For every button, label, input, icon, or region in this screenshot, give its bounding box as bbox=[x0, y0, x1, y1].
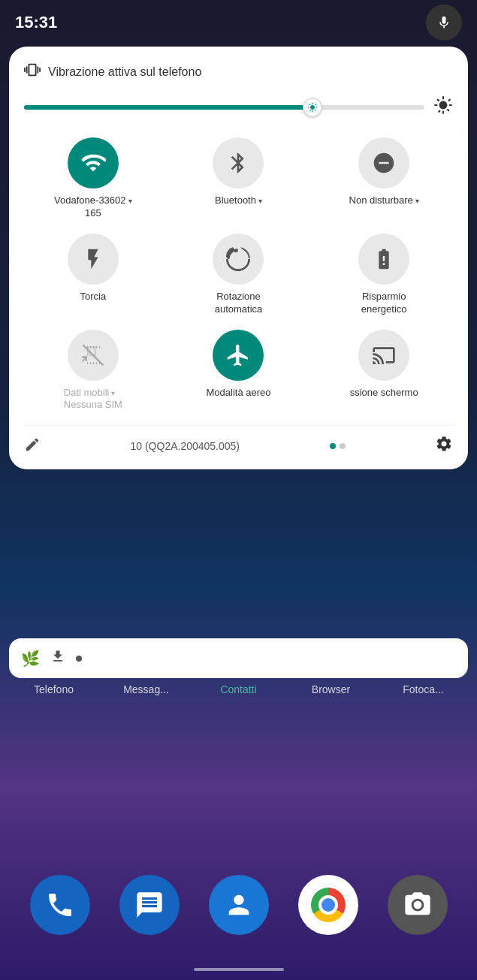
chrome-icon bbox=[311, 888, 346, 922]
mic-button[interactable] bbox=[426, 5, 462, 41]
dock-label-browser: Browser bbox=[290, 683, 373, 695]
brightness-fill bbox=[24, 105, 312, 110]
vibration-text: Vibrazione attiva sul telefono bbox=[48, 65, 201, 79]
mobile-icon-wrapper bbox=[68, 330, 119, 381]
app-chrome[interactable] bbox=[298, 875, 358, 935]
app-contacts[interactable] bbox=[209, 875, 269, 935]
tile-torch[interactable]: Torcia bbox=[24, 234, 162, 316]
tile-airplane[interactable]: Modalità aereo bbox=[170, 330, 308, 412]
notif-download-icon bbox=[50, 649, 65, 668]
app-dock bbox=[0, 875, 477, 935]
dot-1 bbox=[330, 443, 336, 449]
tile-dnd[interactable]: Non disturbare ▾ bbox=[315, 137, 453, 220]
airplane-icon-wrapper bbox=[213, 330, 264, 381]
tiles-row-3: Dati mobili ▾ Nessuna SIM Modalità aereo bbox=[24, 330, 453, 412]
edit-button[interactable] bbox=[24, 436, 41, 457]
page-dots bbox=[330, 443, 346, 449]
vibration-icon bbox=[24, 62, 41, 82]
app-messages[interactable] bbox=[119, 875, 180, 935]
notif-dot bbox=[76, 656, 82, 662]
wifi-icon-wrapper bbox=[68, 137, 119, 188]
tile-wifi[interactable]: Vodafone-33602 ▾ 165 bbox=[24, 137, 162, 220]
torch-icon-wrapper bbox=[68, 234, 119, 285]
notif-green-icon: 🌿 bbox=[21, 650, 40, 668]
dnd-icon-wrapper bbox=[358, 137, 409, 188]
dock-label-phone: Telefono bbox=[13, 683, 95, 695]
battery-label: Risparmio energetico bbox=[361, 291, 407, 316]
dock-label-messages: Messag... bbox=[105, 683, 188, 695]
tiles-row-1: Vodafone-33602 ▾ 165 Bluetooth ▾ bbox=[24, 137, 453, 220]
tiles-row-2: Torcia Rotazione automatica Risparmio bbox=[24, 234, 453, 316]
torch-label: Torcia bbox=[80, 291, 106, 303]
version-text: 10 (QQ2A.200405.005) bbox=[130, 440, 240, 452]
bluetooth-label: Bluetooth ▾ bbox=[215, 194, 262, 207]
notification-bar[interactable]: 🌿 bbox=[9, 638, 468, 678]
battery-icon-wrapper bbox=[358, 234, 409, 285]
qs-bottom-bar: 10 (QQ2A.200405.005) bbox=[24, 425, 453, 457]
dock-labels: Telefono Messag... Contatti Browser Foto… bbox=[0, 683, 477, 695]
brightness-thumb bbox=[303, 98, 322, 117]
tile-mobile-data[interactable]: Dati mobili ▾ Nessuna SIM bbox=[24, 330, 162, 412]
rotation-icon-wrapper bbox=[213, 234, 264, 285]
tile-rotation[interactable]: Rotazione automatica bbox=[170, 234, 308, 316]
app-phone[interactable] bbox=[30, 875, 90, 935]
tile-cast[interactable]: ssione schermo bbox=[315, 330, 453, 412]
wifi-label: Vodafone-33602 ▾ 165 bbox=[54, 194, 131, 220]
cast-label: ssione schermo bbox=[350, 387, 418, 400]
mobile-label: Dati mobili ▾ Nessuna SIM bbox=[64, 387, 122, 412]
settings-icon[interactable] bbox=[435, 435, 453, 457]
status-time: 15:31 bbox=[15, 13, 57, 32]
dock-label-camera: Fotoca... bbox=[382, 683, 465, 695]
dot-2 bbox=[340, 443, 346, 449]
dock-label-contacts: Contatti bbox=[198, 683, 280, 695]
quick-settings-panel: Vibrazione attiva sul telefono bbox=[9, 47, 468, 469]
brightness-settings-icon[interactable] bbox=[433, 95, 453, 119]
brightness-row bbox=[24, 95, 453, 119]
airplane-label: Modalità aereo bbox=[206, 387, 270, 400]
home-indicator[interactable] bbox=[194, 968, 284, 971]
bluetooth-icon-wrapper bbox=[213, 137, 264, 188]
cast-icon-wrapper bbox=[358, 330, 409, 381]
vibration-notice: Vibrazione attiva sul telefono bbox=[24, 62, 453, 82]
tile-bluetooth[interactable]: Bluetooth ▾ bbox=[170, 137, 308, 220]
app-camera[interactable] bbox=[388, 875, 448, 935]
rotation-label: Rotazione automatica bbox=[215, 291, 263, 316]
status-bar: 15:31 bbox=[0, 0, 477, 45]
brightness-slider[interactable] bbox=[24, 105, 424, 110]
tile-battery-saver[interactable]: Risparmio energetico bbox=[315, 234, 453, 316]
dnd-label: Non disturbare ▾ bbox=[349, 194, 419, 207]
